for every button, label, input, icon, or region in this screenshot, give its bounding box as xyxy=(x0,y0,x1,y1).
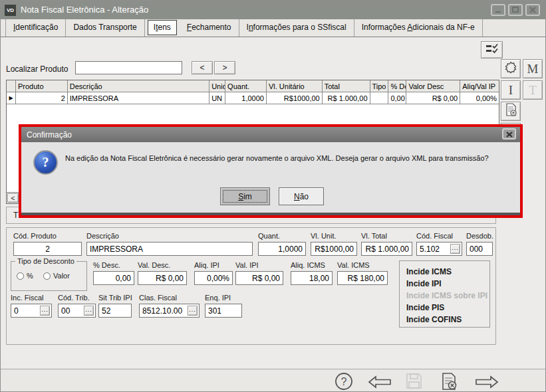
prev-product-button[interactable]: < xyxy=(192,61,213,74)
val-ipi-field[interactable]: R$ 0,00 xyxy=(235,271,283,285)
cancel-button[interactable] xyxy=(440,372,458,392)
cod-fiscal-lookup-button[interactable]: ... xyxy=(450,244,460,254)
radio-icon xyxy=(17,272,24,280)
tab-dados-transporte[interactable]: Dados Transporte xyxy=(66,19,144,37)
cod-produto-label: Cód. Produto xyxy=(13,232,57,240)
aliq-ipi-field[interactable]: 0,00% xyxy=(194,271,233,285)
desconto-percent-radio[interactable]: % xyxy=(17,272,33,280)
arrow-right-icon xyxy=(474,380,499,391)
radio-icon xyxy=(43,272,51,280)
minimize-icon xyxy=(495,7,501,13)
cod-fiscal-label: Cód. Fiscal xyxy=(416,232,453,240)
val-desc-field[interactable]: R$ 0,00 xyxy=(138,271,187,285)
aliq-icms-label: Aliq. ICMS xyxy=(291,261,325,269)
tab-fechamento[interactable]: Fechamento xyxy=(180,19,239,37)
sit-trib-ipi-label: Sit Trib IPI xyxy=(98,294,132,302)
seal-button[interactable] xyxy=(501,59,521,78)
help-button[interactable]: ? xyxy=(335,372,353,392)
maximize-icon xyxy=(512,7,519,13)
inc-fiscal-lookup-button[interactable]: ... xyxy=(40,306,50,316)
maximize-button[interactable] xyxy=(508,4,523,16)
vl-total-field[interactable]: R$ 1.000,00 xyxy=(361,242,412,256)
checklist-icon xyxy=(485,43,499,56)
tab-informacoes-ssfiscal[interactable]: Informações para o SSfiscal xyxy=(239,19,354,37)
val-desc-label: Val. Desc. xyxy=(138,261,170,269)
dialog-close-button[interactable] xyxy=(502,128,516,140)
cancel-document-icon xyxy=(505,103,517,120)
incide-pis: Incide PIS xyxy=(406,302,489,314)
quant-label: Quant. xyxy=(258,232,280,240)
app-window: VD Nota Fiscal Eletrônica - Alteração Id… xyxy=(0,0,546,392)
save-button-disabled xyxy=(405,372,423,392)
incide-ipi: Incide IPI xyxy=(406,278,489,290)
tipo-desconto-legend: Tipo de Desconto xyxy=(15,257,76,265)
seal-icon xyxy=(504,61,517,77)
apply-checklist-button[interactable] xyxy=(481,41,503,58)
localizar-produto-input[interactable] xyxy=(75,61,182,74)
desdob-field[interactable]: 000 xyxy=(466,242,493,256)
close-button[interactable] xyxy=(525,4,540,16)
close-icon xyxy=(529,7,536,13)
dialog-body: ? Na edição da Nota Fiscal Eletrônica é … xyxy=(21,142,520,215)
inc-fiscal-field[interactable]: 0 ... xyxy=(11,304,52,318)
next-product-button[interactable]: > xyxy=(214,61,235,74)
clas-fiscal-field[interactable]: 8512.10.00 ... xyxy=(139,304,200,318)
yes-button[interactable]: Sim xyxy=(220,187,270,205)
tab-identificacao[interactable]: Identificação xyxy=(5,19,66,37)
descricao-label: Descrição xyxy=(86,232,119,240)
table-row[interactable]: ▶ 2 IMPRESSORA UN 1,0000 R$1000,00 R$ 1.… xyxy=(7,92,499,104)
desdob-label: Desdob. xyxy=(466,232,493,240)
clas-fiscal-lookup-button[interactable]: ... xyxy=(188,306,198,316)
grid-header-row: Produto Descrição Unid Quant. Vl. Unitár… xyxy=(7,80,499,92)
dialog-message: Na edição da Nota Fiscal Eletrônica é ne… xyxy=(65,154,516,162)
confirmation-dialog: Confirmação ? Na edição da Nota Fiscal E… xyxy=(19,124,523,218)
window-title: Nota Fiscal Eletrônica - Alteração xyxy=(21,1,148,19)
pct-desc-label: % Desc. xyxy=(93,261,120,269)
i-button[interactable]: I xyxy=(501,80,521,100)
localizar-produto-label: Localizar Produto xyxy=(6,64,68,74)
desconto-valor-radio[interactable]: Valor xyxy=(43,272,70,280)
enq-ipi-label: Enq. IPI xyxy=(205,294,231,302)
enq-ipi-field[interactable]: 301 xyxy=(205,304,242,318)
incide-panel: Incide ICMS Incide IPI Incide ICMS sobre… xyxy=(399,260,490,328)
clas-fiscal-label: Clas. Fiscal xyxy=(139,294,177,302)
bottom-toolbar: ? xyxy=(1,369,546,392)
cancel-document-button[interactable] xyxy=(501,102,521,121)
no-button[interactable]: Não xyxy=(279,187,324,205)
cod-trib-label: Cód. Trib. xyxy=(58,294,90,302)
vl-total-label: Vl. Total xyxy=(361,232,387,240)
aliq-ipi-label: Aliq. IPI xyxy=(194,261,219,269)
aliq-icms-field[interactable]: 18,00 xyxy=(291,271,333,285)
val-icms-field[interactable]: R$ 180,00 xyxy=(337,271,388,285)
minimize-button[interactable] xyxy=(491,4,505,16)
descricao-field[interactable]: IMPRESSORA xyxy=(86,242,253,256)
tab-bar: Identificação Dados Transporte Itens Fec… xyxy=(1,19,546,37)
item-detail-panel: Cód. Produto 2 Descrição IMPRESSORA Quan… xyxy=(6,227,496,345)
inc-fiscal-label: Inc. Fiscal xyxy=(11,294,44,302)
vl-unit-label: Vl. Unit. xyxy=(311,232,337,240)
cod-trib-field[interactable]: 00 ... xyxy=(58,304,96,318)
m-button[interactable]: M xyxy=(523,59,543,78)
previous-button[interactable] xyxy=(367,375,392,392)
dialog-title: Confirmação xyxy=(27,130,72,140)
incide-icms: Incide ICMS xyxy=(406,266,489,278)
scroll-left-icon[interactable]: < xyxy=(7,193,19,203)
dialog-titlebar: Confirmação xyxy=(21,127,520,142)
save-icon xyxy=(405,381,423,392)
row-selector-icon: ▶ xyxy=(7,92,16,104)
cod-produto-field[interactable]: 2 xyxy=(13,242,82,256)
next-button[interactable] xyxy=(474,375,499,392)
cod-fiscal-field[interactable]: 5.102 ... xyxy=(416,242,462,256)
tipo-desconto-group: Tipo de Desconto % Valor xyxy=(11,261,87,291)
cod-trib-lookup-button[interactable]: ... xyxy=(84,306,94,316)
incide-cofins: Incide COFINS xyxy=(406,314,489,326)
tab-informacoes-adicionais-nfe[interactable]: Informações Adicionais da NF-e xyxy=(354,19,483,37)
sit-trib-ipi-field[interactable]: 52 xyxy=(98,304,132,318)
tab-itens[interactable]: Itens xyxy=(148,20,177,35)
pct-desc-field[interactable]: 0,00 xyxy=(93,271,134,285)
app-icon: VD xyxy=(5,5,16,16)
vl-unit-field[interactable]: R$1000,00 xyxy=(311,242,357,256)
quant-field[interactable]: 1,0000 xyxy=(258,242,306,256)
val-icms-label: Val. ICMS xyxy=(337,261,370,269)
incide-icms-sobre-ipi: Incide ICMS sobre IPI xyxy=(406,290,489,302)
